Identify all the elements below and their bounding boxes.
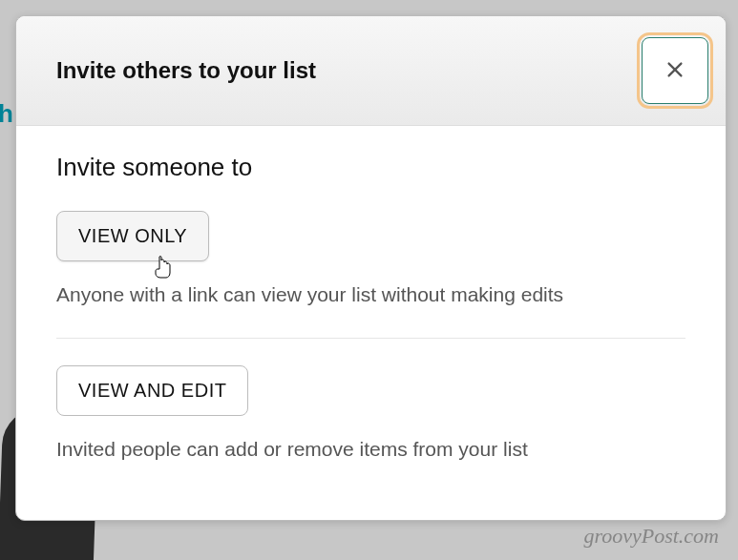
- invite-modal: Invite others to your list Invite someon…: [15, 15, 727, 521]
- view-and-edit-button[interactable]: VIEW AND EDIT: [56, 365, 248, 416]
- view-only-description: Anyone with a link can view your list wi…: [56, 279, 685, 311]
- modal-body: Invite someone to VIEW ONLY Anyone with …: [16, 126, 726, 491]
- view-only-button[interactable]: VIEW ONLY: [56, 211, 209, 261]
- modal-header: Invite others to your list: [16, 16, 726, 126]
- close-button[interactable]: [642, 37, 708, 104]
- divider: [56, 338, 685, 339]
- view-and-edit-description: Invited people can add or remove items f…: [56, 433, 685, 466]
- close-icon: [664, 59, 685, 83]
- section-title: Invite someone to: [56, 153, 685, 182]
- watermark: groovyPost.com: [583, 524, 719, 549]
- modal-title: Invite others to your list: [56, 57, 316, 84]
- backdrop-text: h: [0, 99, 13, 129]
